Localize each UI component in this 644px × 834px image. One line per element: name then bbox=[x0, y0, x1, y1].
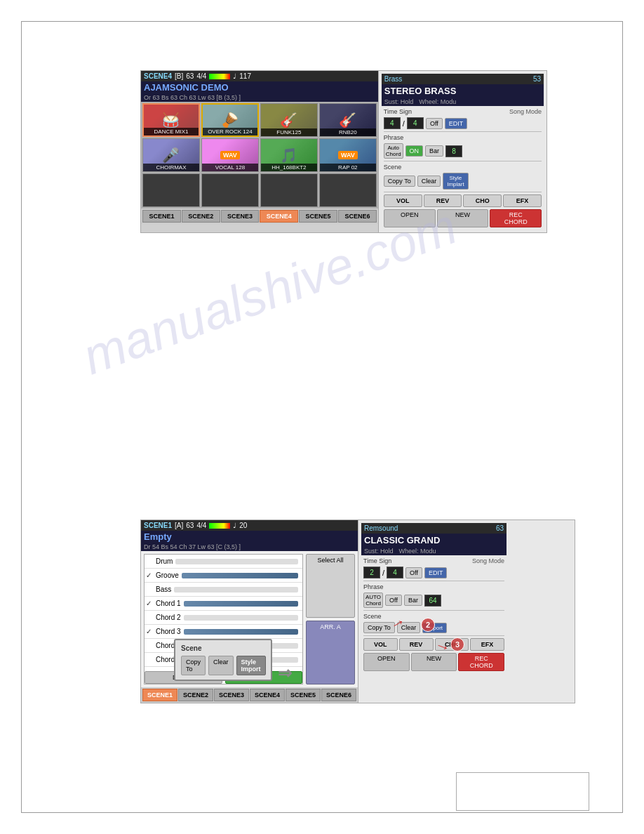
bottom-sustain-row: Sust: Hold Wheel: Modu bbox=[361, 547, 507, 555]
top-header-row: SCENE4 [B] 63 4/4 ♩ 117 bbox=[141, 71, 378, 81]
bottom-scene-btn-6[interactable]: SCENE6 bbox=[321, 689, 356, 701]
phrase-label: Phrase bbox=[384, 134, 404, 141]
arr-a-btn[interactable]: ARR. A bbox=[306, 621, 355, 684]
arrow-right-symbol: ⇒ bbox=[278, 663, 292, 683]
check-chord2: Chord 2 bbox=[145, 611, 302, 625]
timesign-row: Time Sign Song Mode bbox=[384, 108, 542, 115]
vol-btn[interactable]: VOL bbox=[384, 194, 422, 207]
check-bar-chord3 bbox=[184, 629, 298, 635]
inst-cell-dance[interactable]: 🥁 DANCE MIX1 bbox=[142, 103, 200, 137]
bottom-scene-btn-1[interactable]: SCENE1 bbox=[142, 689, 177, 701]
scene-ctrl-label: Scene bbox=[384, 164, 403, 171]
inst-label-overrock: OVER ROCK 124 bbox=[203, 128, 257, 135]
bottom-bar-val: 64 bbox=[424, 595, 441, 607]
autochord-btn[interactable]: AutoChord bbox=[384, 143, 403, 159]
popup-style-import-btn[interactable]: StyleImport bbox=[236, 656, 266, 675]
scene-btn-2[interactable]: SCENE2 bbox=[182, 210, 220, 223]
divider-3 bbox=[384, 192, 542, 192]
bottom-scene-btn-4[interactable]: SCENE4 bbox=[250, 689, 285, 701]
bottom-scene-ctrl-buttons: Copy To Clear Import bbox=[363, 622, 504, 633]
style-implart-btn[interactable]: StyleImplart bbox=[443, 173, 468, 190]
open-btn[interactable]: OPEN bbox=[384, 209, 436, 227]
inst-cell-empty4 bbox=[319, 173, 377, 207]
bottom-scene-btn-5[interactable]: SCENE5 bbox=[286, 689, 321, 701]
bottom-timesign-den: 4 bbox=[387, 567, 403, 578]
popup-copy-to-btn[interactable]: Copy To bbox=[181, 656, 206, 675]
bottom-controls: Time Sign Song Mode 2 / 4 Off EDIT Phras… bbox=[361, 555, 507, 673]
scene-btn-5[interactable]: SCENE5 bbox=[299, 210, 337, 223]
bottom-bar-label: Bar bbox=[404, 595, 422, 606]
check-mark-groove: ✓ bbox=[146, 571, 156, 579]
top-bracket: [B] bbox=[175, 72, 183, 80]
autochord-on-btn[interactable]: ON bbox=[405, 145, 424, 157]
inst-cell-choir[interactable]: 🎤 CHOIRMAX bbox=[142, 138, 200, 172]
check-bar-chord1 bbox=[184, 601, 298, 607]
bottom-autochord-btn[interactable]: AUTOChord bbox=[363, 593, 383, 608]
bottom-right-header: Remsound 63 bbox=[361, 523, 507, 534]
bottom-divider-3 bbox=[363, 635, 504, 636]
inst-cell-funk[interactable]: 🎸 FUNK125 bbox=[260, 103, 318, 137]
bottom-open-btn[interactable]: OPEN bbox=[363, 653, 410, 671]
scene-btn-3[interactable]: SCENE3 bbox=[221, 210, 260, 223]
right-inst-label: Brass bbox=[384, 75, 403, 83]
top-panel: SCENE4 [B] 63 4/4 ♩ 117 AJAMSONIC DEMO O… bbox=[140, 70, 547, 233]
new-btn[interactable]: NEW bbox=[437, 209, 489, 227]
phrase-label-row: Phrase bbox=[384, 134, 542, 141]
inst-cell-vocal[interactable]: WAV VOCAL 128 bbox=[201, 138, 259, 172]
timesign-label: Time Sign bbox=[384, 108, 412, 115]
inst-cell-groove[interactable]: 🎵 HH_168BKT2 bbox=[260, 138, 318, 172]
timesign-edit-btn[interactable]: EDIT bbox=[445, 118, 468, 129]
top-scene-row: SCENE1 SCENE2 SCENE3 SCENE4 SCENE5 SCENE… bbox=[141, 208, 378, 224]
right-inst-num: 53 bbox=[533, 75, 541, 83]
inst-cell-rnb[interactable]: 🎸 RNB20 bbox=[319, 103, 377, 137]
clear-btn[interactable]: Clear bbox=[417, 176, 441, 187]
scene-btn-4[interactable]: SCENE4 bbox=[260, 210, 298, 223]
bottom-timesign-edit-btn[interactable]: EDIT bbox=[424, 567, 448, 578]
top-sustain: Sust: Hold bbox=[384, 98, 414, 105]
rev-btn[interactable]: REV bbox=[424, 194, 462, 207]
bottom-timesign-slash: / bbox=[382, 569, 384, 577]
scene-popup-title: Scene bbox=[181, 644, 265, 652]
inst-cell-empty3 bbox=[260, 173, 318, 207]
popup-clear-btn[interactable]: Clear bbox=[208, 656, 234, 675]
rec-chord-btn[interactable]: RECCHORD bbox=[490, 209, 542, 227]
timesign-controls: 4 / 4 Off EDIT bbox=[384, 117, 542, 129]
top-timesign: 4/4 bbox=[196, 72, 206, 80]
bottom-vol-btn[interactable]: VOL bbox=[363, 638, 398, 651]
bottom-timesign-row: Time Sign Song Mode bbox=[363, 557, 504, 564]
bottom-timesign-off-btn[interactable]: Off bbox=[405, 567, 422, 578]
bottom-rev-btn[interactable]: REV bbox=[399, 638, 434, 651]
scene-btn-1[interactable]: SCENE1 bbox=[142, 210, 181, 223]
bottom-scene-btn-3[interactable]: SCENE3 bbox=[214, 689, 249, 701]
bottom-scene-row: SCENE1 SCENE2 SCENE3 SCENE4 SCENE5 SCENE… bbox=[141, 687, 358, 703]
bottom-scene-ctrl-label-row: Scene bbox=[363, 613, 504, 620]
action-row: OPEN NEW RECCHORD bbox=[384, 209, 542, 227]
bottom-clear-btn[interactable]: Clear bbox=[397, 622, 421, 633]
top-oct-row: Or 63 Bs 63 Ch 63 Lw 63 [B (3,5) ] bbox=[141, 93, 378, 102]
top-sub-header: AJAMSONIC DEMO bbox=[141, 81, 378, 93]
timesign-den: 4 bbox=[407, 117, 424, 129]
bottom-cho-btn[interactable]: CHO bbox=[435, 638, 469, 651]
scene-btn-6[interactable]: SCENE6 bbox=[338, 210, 377, 223]
copy-to-btn[interactable]: Copy To bbox=[384, 176, 415, 187]
bottom-oct-text: Dr 54 Bs 54 Ch 37 Lw 63 [C (3,5) ] bbox=[144, 543, 241, 550]
bottom-tempo-note: ♩ bbox=[233, 522, 236, 529]
bottom-off-btn[interactable]: Off bbox=[385, 595, 402, 606]
inst-label-funk: FUNK125 bbox=[261, 128, 317, 136]
bottom-efx-btn[interactable]: EFX bbox=[470, 638, 504, 651]
check-label-groove: Groove bbox=[156, 571, 179, 579]
bottom-scene-btn-2[interactable]: SCENE2 bbox=[178, 689, 213, 701]
check-label-chord3: Chord 3 bbox=[156, 628, 181, 635]
select-all-btn[interactable]: Select All bbox=[306, 554, 355, 618]
inst-cell-overrock[interactable]: 🪘 OVER ROCK 124 bbox=[201, 103, 259, 137]
bottom-new-btn[interactable]: NEW bbox=[411, 653, 457, 671]
inst-cell-empty1 bbox=[142, 173, 200, 207]
bottom-rec-chord-btn[interactable]: RECCHORD bbox=[458, 653, 504, 671]
bottom-copy-to-btn[interactable]: Copy To bbox=[363, 622, 395, 633]
inst-cell-rap[interactable]: WAV RAP 02 bbox=[319, 138, 377, 172]
cho-btn[interactable]: CHO bbox=[463, 194, 502, 207]
efx-btn[interactable]: EFX bbox=[503, 194, 542, 207]
bottom-import-btn[interactable]: Import bbox=[422, 623, 447, 633]
timesign-off-btn[interactable]: Off bbox=[426, 118, 443, 129]
bottom-oct-row: Dr 54 Bs 54 Ch 37 Lw 63 [C (3,5) ] bbox=[141, 543, 358, 551]
